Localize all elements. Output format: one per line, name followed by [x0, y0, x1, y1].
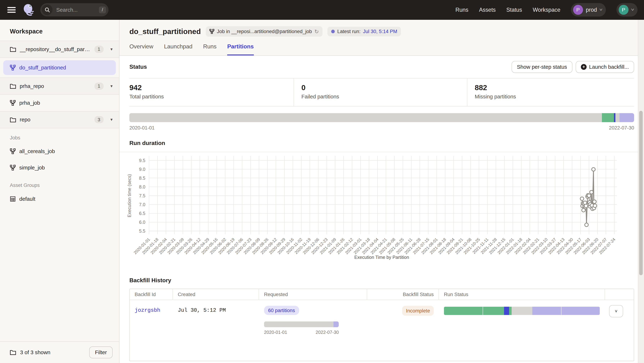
svg-text:9.0: 9.0: [139, 167, 145, 172]
chevron-down-icon: ˅: [631, 8, 634, 12]
user-avatar: P: [619, 5, 628, 15]
sidebar-footer: 3 of 3 shown Filter: [0, 342, 119, 363]
job-icon: [210, 29, 214, 34]
caret-down-icon[interactable]: ▼: [110, 47, 113, 52]
show-per-step-status-button[interactable]: Show per-step status: [512, 61, 572, 73]
run-duration-header: Run duration: [120, 131, 644, 152]
backfill-status-badge: Incomplete: [402, 306, 434, 316]
svg-text:7.5: 7.5: [139, 193, 145, 198]
plus-icon: +: [581, 64, 586, 70]
scrollbar-thumb[interactable]: [639, 111, 643, 275]
expand-row-button[interactable]: ˅: [609, 305, 623, 317]
job-origin-badge[interactable]: Job in __reposi...artitioned@partitioned…: [206, 26, 322, 37]
folder-icon: [10, 46, 16, 52]
latest-run-time-link[interactable]: Jul 30, 5:14 PM: [363, 28, 397, 34]
launch-backfill-button[interactable]: + Launch backfill...: [576, 61, 634, 73]
repo-label: repo: [20, 116, 91, 123]
refresh-icon[interactable]: ↻: [314, 28, 319, 35]
stat-missing-partitions: 882 Missing partitions: [467, 78, 634, 106]
caret-down-icon[interactable]: ▼: [110, 84, 113, 88]
svg-text:8.5: 8.5: [139, 176, 145, 180]
stat-failed-partitions: 0 Failed partitions: [294, 78, 467, 106]
stat-total-partitions: 942 Total partitions: [129, 78, 294, 106]
vertical-scrollbar[interactable]: [638, 20, 644, 363]
bar-segment: [509, 307, 512, 315]
hamburger-menu-icon[interactable]: [8, 7, 16, 13]
sidebar-item-simple-job[interactable]: simple_job: [0, 160, 119, 176]
nav-link-assets[interactable]: Assets: [479, 7, 496, 13]
run-status-dot-icon: [331, 30, 335, 34]
button-label: Show per-step status: [517, 64, 567, 70]
main-content: do_stuff_partitioned Job in __reposi...a…: [120, 20, 644, 363]
requested-partitions-badge[interactable]: 60 partitions: [264, 306, 299, 315]
job-origin-label: Job in __reposi...artitioned@partitioned…: [217, 28, 312, 34]
sidebar-repo-row[interactable]: repo 3 ▼: [0, 111, 119, 128]
folder-icon: [10, 350, 16, 355]
page-header: do_stuff_partitioned Job in __reposi...a…: [120, 20, 644, 56]
asset-group-label: default: [19, 196, 114, 202]
backfill-history-header: Backfill History: [120, 268, 644, 289]
svg-text:8.0: 8.0: [139, 184, 145, 190]
tab-partitions[interactable]: Partitions: [227, 43, 254, 55]
svg-text:6.5: 6.5: [139, 211, 145, 216]
bar-segment: [483, 307, 504, 315]
sidebar-item-all-cereals-job[interactable]: all_cereals_job: [0, 143, 119, 159]
top-nav: / Runs Assets Status Workspace P prod ˅ …: [0, 0, 644, 20]
latest-run-badge: Latest run: Jul 30, 5:14 PM: [328, 26, 401, 36]
deployment-switcher[interactable]: P prod ˅: [571, 3, 606, 16]
sidebar-item-default-asset-group[interactable]: default: [0, 191, 119, 207]
repo-count-badge: 1: [94, 46, 104, 53]
chevron-down-icon: ˅: [615, 309, 618, 314]
bar-segment: [129, 113, 602, 122]
svg-text:6.0: 6.0: [139, 220, 145, 225]
requested-range-start: 2020-01-01: [264, 330, 287, 335]
caret-down-icon[interactable]: ▼: [110, 118, 113, 122]
search-shortcut-key: /: [99, 6, 106, 13]
requested-range-bar: [264, 322, 339, 327]
nav-link-workspace[interactable]: Workspace: [533, 7, 560, 13]
backfill-history-heading: Backfill History: [129, 277, 171, 284]
deployment-avatar: P: [573, 5, 583, 15]
requested-range-end: 2022-07-30: [316, 330, 339, 335]
sidebar-item-do-stuff-partitioned[interactable]: do_stuff_partitioned: [3, 60, 116, 75]
sidebar-repo-row[interactable]: __repository__do_stuff_partitio... 1 ▼: [0, 41, 119, 58]
sidebar-item-prha-job[interactable]: prha_job: [0, 94, 119, 111]
col-header-backfill-status: Backfill Status: [367, 289, 439, 300]
tab-launchpad[interactable]: Launchpad: [164, 43, 192, 55]
table-header-row: Backfill Id Created Requested Backfill S…: [130, 289, 634, 300]
deployment-label: prod: [586, 7, 597, 13]
sidebar-repo-row[interactable]: prha_repo 1 ▼: [0, 78, 119, 94]
col-header-actions: [605, 289, 634, 300]
job-label: all_cereals_job: [19, 148, 114, 154]
folder-icon: [10, 84, 16, 89]
repo-label: __repository__do_stuff_partitio...: [20, 46, 91, 52]
tab-overview[interactable]: Overview: [129, 43, 153, 55]
button-label: Launch backfill...: [589, 64, 629, 70]
bar-segment: [620, 113, 634, 122]
tab-runs[interactable]: Runs: [203, 43, 216, 55]
partition-status-bar[interactable]: [129, 113, 634, 122]
job-label: do_stuff_partitioned: [19, 64, 111, 71]
top-nav-links: Runs Assets Status Workspace P prod ˅ P …: [456, 3, 644, 16]
status-heading: Status: [129, 64, 147, 70]
svg-text:5.5: 5.5: [139, 229, 145, 234]
repo-count-badge: 1: [94, 82, 104, 90]
global-search[interactable]: /: [40, 3, 108, 16]
filter-button[interactable]: Filter: [89, 346, 112, 358]
run-status-cell: [439, 300, 605, 361]
svg-text:9.5: 9.5: [139, 158, 145, 163]
partition-range-end: 2022-07-30: [609, 125, 634, 131]
run-duration-chart[interactable]: 9.59.08.58.07.57.06.56.05.5Execution tim…: [125, 154, 634, 261]
partition-status-bar-block: 2020-01-01 2022-07-30: [120, 106, 644, 131]
table-row: jozrgsbh Jul 30, 5:12 PM 60 partitions 2…: [130, 300, 634, 361]
nav-link-runs[interactable]: Runs: [456, 7, 468, 13]
stat-label: Missing partitions: [475, 94, 634, 100]
backfill-id-link[interactable]: jozrgsbh: [135, 307, 160, 313]
user-menu[interactable]: P ˅: [616, 3, 637, 16]
search-input[interactable]: [56, 6, 97, 14]
folder-icon: [10, 117, 16, 122]
bar-segment: [562, 307, 600, 315]
nav-link-status[interactable]: Status: [506, 7, 522, 13]
run-status-bar[interactable]: [444, 307, 600, 315]
dagster-logo-icon[interactable]: [22, 3, 36, 17]
